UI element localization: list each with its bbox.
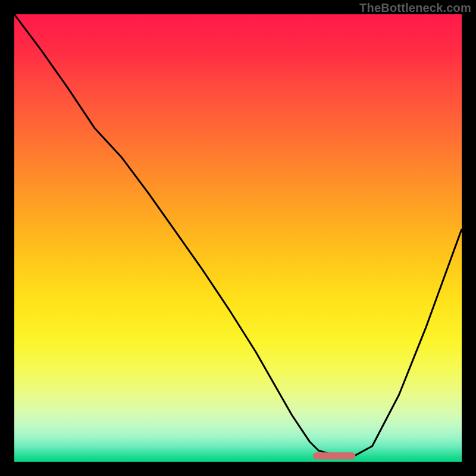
bottleneck-curve: [14, 14, 462, 456]
watermark-label: TheBottleneck.com: [359, 1, 471, 15]
plot-area: [14, 14, 462, 462]
curve-layer: [14, 14, 462, 462]
chart-canvas: TheBottleneck.com: [0, 0, 476, 476]
optimal-range-marker: [313, 452, 355, 459]
